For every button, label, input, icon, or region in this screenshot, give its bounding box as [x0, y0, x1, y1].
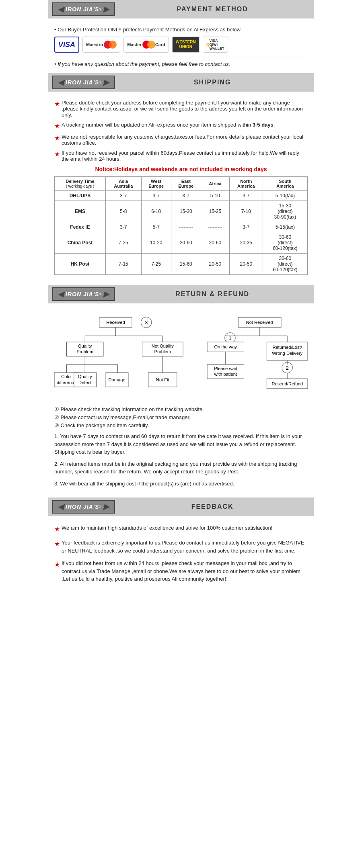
return-rule-3: 3. We will bear all the shipping cost if…	[54, 480, 308, 488]
visa-card: VISA	[54, 37, 79, 53]
star-icon-f3: ★	[54, 560, 60, 583]
col-header-2: WestEurope	[141, 177, 171, 191]
instruction-3: ③ Check the package and item carefully.	[54, 422, 308, 428]
feedback-item-3: ★ If you did not hear from us within 24 …	[54, 559, 308, 583]
return-rules: 1. You have 7 days to contact us and 60 …	[54, 432, 308, 487]
carrier-1: EMS	[55, 201, 106, 222]
feedback-section: IRON JIA'S® FEEDBACK ★ We aim to maintai…	[48, 497, 314, 592]
carrier-3: China Post	[55, 232, 106, 254]
not-quality-problem-2: Problem	[154, 349, 171, 354]
divider	[54, 57, 308, 57]
feedback-item-1: ★ We aim to maintain high standards of e…	[54, 524, 308, 534]
mastercard-card: Master Card	[123, 37, 169, 53]
quality-defect-2: Defect	[78, 380, 92, 385]
feedback-header: IRON JIA'S® FEEDBACK	[48, 497, 314, 516]
feedback-item-2: ★ Your feedback is extremely important t…	[54, 539, 308, 555]
shipping-text-2: A tracking number will be updated on Ali…	[62, 122, 275, 130]
shipping-content: ★ Please double check your address befor…	[48, 96, 314, 283]
star-icon-2: ★	[54, 122, 60, 130]
shipping-text-4: If you have not received your parcel wit…	[62, 150, 308, 162]
shipping-text-3: We are not responsible for any customs c…	[62, 134, 308, 146]
shipping-title: SHIPPING	[115, 79, 310, 86]
return-instructions: ① Please check the tracking information …	[54, 406, 308, 428]
brand-name: IRON JIA'S	[66, 6, 99, 12]
color-diff-2: difference	[57, 380, 76, 385]
resend-refund: Resend/Refund	[272, 381, 303, 386]
brand-logo-return: IRON JIA'S®	[52, 287, 115, 301]
table-row: HK Post 7-15 7-25 15-60 20-50 20-50 30-6…	[55, 254, 308, 275]
circle-2: 2	[286, 365, 289, 371]
instruction-2: ② Please contact us by message,E-mail,or…	[54, 414, 308, 420]
table-row: DHL/UPS 3-7 3-7 3-7 5-10 3-7 5-10(tax)	[55, 191, 308, 201]
star-icon-4: ★	[54, 150, 60, 162]
payment-bullet: • Our Buyer Protection ONLY protects Pay…	[54, 27, 308, 33]
brand-logo-shipping: IRON JIA'S®	[52, 76, 115, 89]
quality-problem-2: Problem	[76, 349, 93, 354]
on-the-way: On the way	[214, 344, 237, 349]
star-icon-3: ★	[54, 134, 60, 146]
carrier-4: HK Post	[55, 254, 106, 275]
shipping-header: IRON JIA'S® SHIPPING	[48, 73, 314, 92]
not-fit: Not Fit	[156, 377, 170, 382]
col-header-0: Delivery Time( working days )	[55, 177, 106, 191]
qiwi-card: Q VISAQIWIWALLET	[203, 37, 228, 53]
table-row: China Post 7-25 10-20 20-60 20-60 20-35 …	[55, 232, 308, 254]
star-icon-f1: ★	[54, 524, 60, 534]
shipping-item-4: ★ If you have not received your parcel w…	[54, 150, 308, 162]
return-rule-2: 2. All returned items must be in the ori…	[54, 460, 308, 476]
received-label: Received	[106, 320, 125, 325]
feedback-text-1: We aim to maintain high standards of exc…	[62, 524, 272, 534]
payment-content: • Our Buyer Protection ONLY protects Pay…	[48, 23, 314, 71]
circle-3: 3	[145, 319, 148, 326]
returned-2: Wrong Delivery	[272, 351, 302, 356]
wait-1: Please wait	[214, 366, 237, 371]
table-row: Fedex IE 3-7 5-7 --------- --------- 3-7…	[55, 222, 308, 232]
feedback-content: ★ We aim to maintain high standards of e…	[48, 520, 314, 592]
quality-defect: Quality	[78, 374, 92, 379]
return-section: IRON JIA'S® RETURN & REFUND Received 3	[48, 285, 314, 495]
return-header: IRON JIA'S® RETURN & REFUND	[48, 285, 314, 303]
payment-section: IRON JIA'S® PAYMENT METHOD • Our Buyer P…	[48, 0, 314, 71]
western-union-card: WESTERNUNION	[172, 37, 200, 53]
col-header-6: SouthAmerica	[263, 177, 307, 191]
table-row: EMS 5-8 6-10 15-30 15-25 7-10 15-30(dire…	[55, 201, 308, 222]
returned-1: Returned/Lost/	[273, 345, 302, 350]
not-received-label: Not Received	[246, 320, 273, 325]
col-header-1: AsiaAustralia	[105, 177, 141, 191]
flowchart: Received 3 Quality Problem Not Quality P…	[54, 315, 308, 402]
wait-2: with patient	[214, 372, 237, 377]
carrier-2: Fedex IE	[55, 222, 106, 232]
return-content: Received 3 Quality Problem Not Quality P…	[48, 307, 314, 495]
shipping-section: IRON JIA'S® SHIPPING ★ Please double che…	[48, 73, 314, 283]
shipping-text-1: Please double check your address before …	[62, 100, 308, 118]
return-title: RETURN & REFUND	[115, 291, 310, 298]
shipping-notice: Notice:Holidays and weekends are not inc…	[54, 166, 308, 172]
carrier-0: DHL/UPS	[55, 191, 106, 201]
not-quality-problem: Not Quality	[152, 344, 174, 348]
reg-mark: ®	[99, 8, 102, 11]
shipping-table: Delivery Time( working days ) AsiaAustra…	[54, 176, 308, 275]
payment-methods: VISA Maestro Master Card WESTERNUNION	[54, 37, 308, 53]
instruction-1: ① Please check the tracking information …	[54, 406, 308, 412]
payment-header: IRON JIA'S® PAYMENT METHOD	[48, 0, 314, 18]
shipping-item-1: ★ Please double check your address befor…	[54, 100, 308, 118]
feedback-text-2: Your feedback is extremely important to …	[62, 539, 308, 555]
return-rule-1: 1. You have 7 days to contact us and 60 …	[54, 432, 308, 456]
color-diff: Color	[61, 374, 72, 379]
star-icon-f2: ★	[54, 539, 60, 555]
col-header-5: NorthAmerica	[229, 177, 263, 191]
quality-problem: Quality	[78, 344, 92, 348]
feedback-title: FEEDBACK	[115, 503, 310, 510]
feedback-text-3: If you did not hear from us within 24 ho…	[62, 559, 308, 583]
payment-title: PAYMENT METHOD	[115, 6, 310, 13]
brand-name-return: IRON JIA'S	[66, 291, 99, 297]
brand-name-feedback: IRON JIA'S	[66, 504, 99, 510]
col-header-3: EastEurope	[171, 177, 201, 191]
shipping-item-3: ★ We are not responsible for any customs…	[54, 134, 308, 146]
maestro-card: Maestro	[82, 37, 120, 53]
flowchart-svg: Received 3 Quality Problem Not Quality P…	[54, 315, 308, 401]
star-icon-1: ★	[54, 100, 60, 118]
damage: Damage	[108, 377, 125, 382]
shipping-item-2: ★ A tracking number will be updated on A…	[54, 122, 308, 130]
payment-contact: • If you have any question about the pay…	[54, 61, 308, 67]
